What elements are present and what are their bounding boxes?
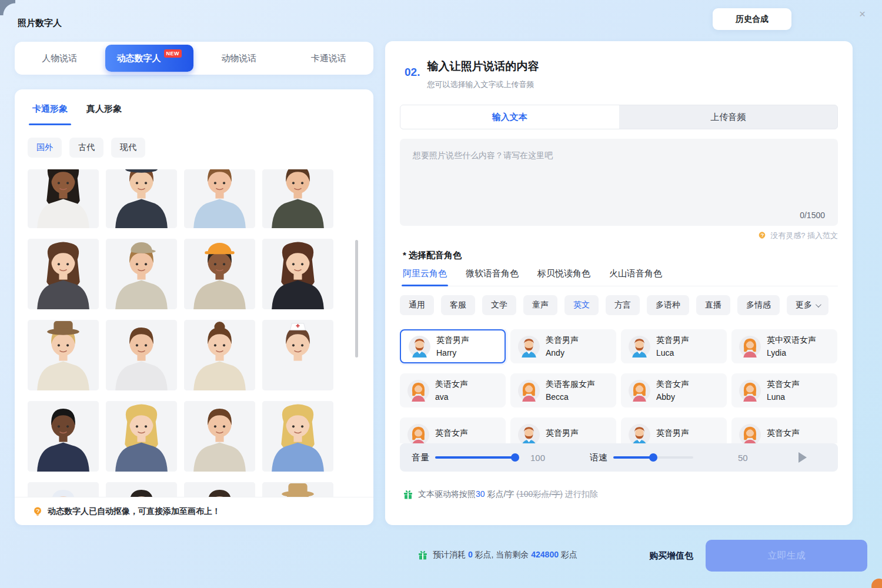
voice-filter-chips: 通用客服文学童声英文方言多语种直播多情感更多 <box>400 295 828 315</box>
voice-filter-label: 童声 <box>532 300 549 310</box>
voice-card-row3-10[interactable]: 英音男声 <box>621 417 727 443</box>
estimate-value: 0 <box>468 550 473 559</box>
voice-card-Abby[interactable]: 美音女声Abby <box>621 373 727 407</box>
voice-card-text: 英音男声Harry <box>436 335 469 358</box>
page-title: 照片数字人 <box>18 18 62 29</box>
voice-card-Luna[interactable]: 英音女声Luna <box>731 373 837 407</box>
volume-slider-thumb[interactable] <box>511 453 519 462</box>
character-thumb-construction-worker[interactable] <box>184 239 255 309</box>
generate-button[interactable]: 立即生成 <box>706 540 867 572</box>
voice-card-row3-11[interactable]: 英音女声 <box>731 417 837 443</box>
voice-name-label: Abby <box>656 392 689 402</box>
image-type-tabs: 卡通形象真人形象 <box>32 103 122 122</box>
voice-card-Lydia[interactable]: 英中双语女声Lydia <box>731 329 837 363</box>
voice-filter-9[interactable]: 多情感 <box>737 295 780 315</box>
provider-tab-2[interactable]: 微软语音角色 <box>466 268 519 279</box>
provider-tab-3[interactable]: 标贝悦读角色 <box>537 268 590 279</box>
tab-text: 卡通说话 <box>311 53 346 64</box>
voice-card-row3-8[interactable]: 英音女声 <box>400 417 506 443</box>
provider-tab-4[interactable]: 火山语音角色 <box>609 268 662 279</box>
character-thumb-tie-office-man[interactable] <box>106 320 177 390</box>
voice-filter-5[interactable]: 英文 <box>564 295 599 315</box>
character-thumb-beige-shirt-man[interactable] <box>184 401 255 472</box>
voice-card-row3-9[interactable]: 英音男声 <box>510 417 616 443</box>
main-tab-2[interactable]: 动态数字人NEW <box>105 42 195 75</box>
voice-card-Becca[interactable]: 美语客服女声Becca <box>510 373 616 407</box>
buy-credits-link[interactable]: 购买增值包 <box>649 550 693 562</box>
filter-chip-3[interactable]: 现代 <box>111 138 145 158</box>
voice-card-text: 英音男声 <box>546 428 579 441</box>
voice-filter-1[interactable]: 通用 <box>400 295 434 315</box>
char-counter: 0/1500 <box>800 211 825 220</box>
input-tab-2[interactable]: 上传音频 <box>619 105 838 129</box>
cost-rate: 30 <box>476 489 485 499</box>
character-thumb-polo-shirt-man[interactable] <box>184 169 255 228</box>
male-avatar-icon <box>409 336 430 358</box>
step-number: 02. <box>405 66 420 90</box>
voice-card-Andy[interactable]: 美音男声Andy <box>510 329 616 363</box>
voice-filter-10[interactable]: 更多 <box>787 295 828 315</box>
character-thumb-suit-businesswoman[interactable] <box>28 239 99 309</box>
cost-note: 文本驱动将按照30 彩点/字 (100彩点/字) 进行扣除 <box>403 489 598 500</box>
insert-sample-link[interactable]: 没有灵感? 插入范文 <box>757 230 838 241</box>
voice-filter-label: 多情感 <box>746 300 771 310</box>
voice-name-label: ava <box>435 392 468 402</box>
voice-card-Luca[interactable]: 英音男声Luca <box>621 329 727 363</box>
history-button[interactable]: 历史合成 <box>713 8 791 30</box>
character-grid <box>28 169 349 497</box>
filter-chip-1[interactable]: 国外 <box>28 138 62 158</box>
main-tab-1[interactable]: 人物说话 <box>15 42 105 75</box>
voice-filter-7[interactable]: 多语种 <box>647 295 689 315</box>
voice-filter-8[interactable]: 直播 <box>696 295 730 315</box>
tab-text: 动态数字人 <box>117 53 161 64</box>
main-tab-3[interactable]: 动物说话 <box>194 42 284 75</box>
main-tab-label: 人物说话 <box>15 45 103 72</box>
voice-type-label: 英音女声 <box>767 379 800 390</box>
voice-filter-4[interactable]: 童声 <box>523 295 557 315</box>
speed-slider-thumb[interactable] <box>649 453 657 462</box>
character-thumb-blond-man-with-hat[interactable] <box>28 320 99 390</box>
character-thumb-partial-row-2[interactable] <box>106 482 177 497</box>
voice-filter-3[interactable]: 文学 <box>482 295 516 315</box>
character-thumb-partial-row-1[interactable] <box>28 482 99 497</box>
input-tab-1[interactable]: 输入文本 <box>400 105 619 129</box>
character-thumb-cardigan-woman[interactable] <box>184 320 255 390</box>
volume-slider[interactable] <box>435 456 515 459</box>
character-thumb-pilot-man[interactable] <box>262 169 333 228</box>
voice-filter-label: 文学 <box>491 300 507 310</box>
voice-card-Harry[interactable]: 英音男声Harry <box>400 329 506 363</box>
speed-value: 50 <box>738 453 748 463</box>
character-thumb-denim-blonde-woman[interactable] <box>106 401 177 472</box>
filter-chip-2[interactable]: 古代 <box>69 138 103 158</box>
scrollbar-thumb[interactable] <box>355 240 358 358</box>
subtab-2[interactable]: 真人形象 <box>86 103 122 122</box>
speed-slider[interactable] <box>613 456 693 459</box>
character-thumb-blue-maid-woman[interactable] <box>262 401 333 472</box>
character-thumb-victorian-lady[interactable] <box>106 169 177 228</box>
voice-filter-2[interactable]: 客服 <box>441 295 475 315</box>
character-thumb-cap-young-man[interactable] <box>106 239 177 309</box>
character-thumb-nurse-woman[interactable] <box>262 320 333 390</box>
character-thumb-curly-hair-businesswoman[interactable] <box>28 169 99 228</box>
male-avatar-icon <box>518 336 540 358</box>
cost-suffix: 进行扣除 <box>563 489 598 499</box>
character-thumb-black-suit-woman[interactable] <box>262 239 333 309</box>
play-icon[interactable] <box>799 452 807 463</box>
voice-card-ava[interactable]: 美语女声ava <box>400 373 506 407</box>
voice-card-grid: 英音男声Harry 美音男声Andy 英音男声Luca 英中双语女声Lydia … <box>400 329 838 443</box>
voice-type-label: 英音男声 <box>656 335 689 346</box>
voice-type-label: 英音男声 <box>436 335 469 346</box>
voice-filter-6[interactable]: 方言 <box>606 295 640 315</box>
subtab-1[interactable]: 卡通形象 <box>32 103 68 122</box>
close-icon[interactable]: × <box>859 8 866 19</box>
character-thumb-partial-row-4[interactable] <box>262 482 333 497</box>
voice-type-label: 美音女声 <box>656 379 689 390</box>
tab-text: 动物说话 <box>221 53 256 64</box>
main-tab-4[interactable]: 卡通说话 <box>284 42 374 75</box>
provider-tab-1[interactable]: 阿里云角色 <box>403 268 447 279</box>
speech-text-input[interactable] <box>400 139 838 226</box>
character-thumb-partial-row-3[interactable] <box>184 482 255 497</box>
female-avatar-icon <box>739 380 761 402</box>
voice-card-text: 美音男声Andy <box>546 335 579 358</box>
character-thumb-police-officer[interactable] <box>28 401 99 472</box>
